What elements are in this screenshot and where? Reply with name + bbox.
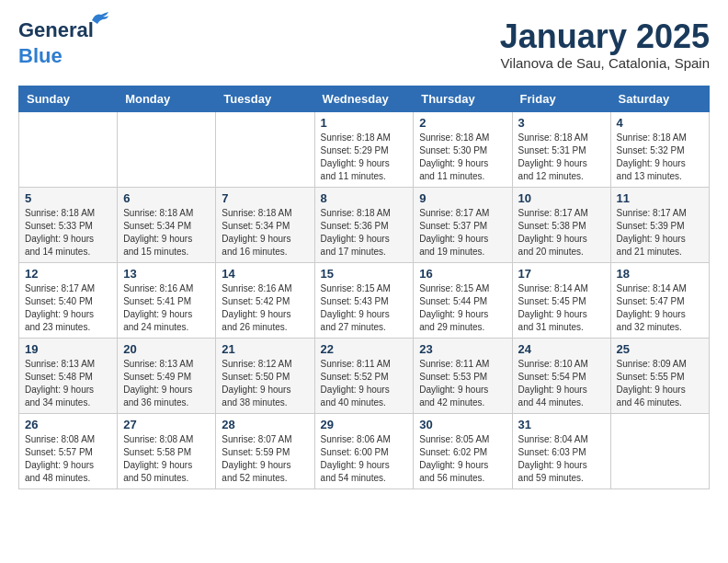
calendar-cell: 9Sunrise: 8:17 AM Sunset: 5:37 PM Daylig… xyxy=(414,187,512,262)
day-number: 25 xyxy=(617,342,703,356)
day-number: 15 xyxy=(321,267,408,281)
day-number: 3 xyxy=(518,116,605,130)
calendar-cell: 5Sunrise: 8:18 AM Sunset: 5:33 PM Daylig… xyxy=(19,187,118,262)
day-number: 10 xyxy=(518,191,605,205)
day-number: 20 xyxy=(123,342,210,356)
day-info: Sunrise: 8:17 AM Sunset: 5:37 PM Dayligh… xyxy=(419,207,506,259)
month-title: January 2025 xyxy=(500,18,710,55)
column-header-saturday: Saturday xyxy=(610,86,709,111)
calendar-cell xyxy=(118,111,216,187)
day-number: 9 xyxy=(419,191,506,205)
day-info: Sunrise: 8:14 AM Sunset: 5:47 PM Dayligh… xyxy=(617,282,703,334)
day-number: 12 xyxy=(25,267,111,281)
day-number: 31 xyxy=(518,418,605,431)
day-info: Sunrise: 8:18 AM Sunset: 5:30 PM Dayligh… xyxy=(419,132,506,183)
column-header-wednesday: Wednesday xyxy=(314,86,414,111)
day-number: 17 xyxy=(518,267,605,281)
day-info: Sunrise: 8:05 AM Sunset: 6:02 PM Dayligh… xyxy=(419,433,506,485)
column-header-sunday: Sunday xyxy=(19,86,118,111)
day-number: 26 xyxy=(25,418,111,431)
day-number: 2 xyxy=(419,116,506,130)
calendar-week-row: 19Sunrise: 8:13 AM Sunset: 5:48 PM Dayli… xyxy=(19,338,710,413)
calendar-week-row: 12Sunrise: 8:17 AM Sunset: 5:40 PM Dayli… xyxy=(19,262,710,338)
day-number: 19 xyxy=(25,342,111,356)
calendar-cell: 19Sunrise: 8:13 AM Sunset: 5:48 PM Dayli… xyxy=(19,338,118,413)
day-info: Sunrise: 8:17 AM Sunset: 5:38 PM Dayligh… xyxy=(518,207,605,259)
day-number: 27 xyxy=(123,418,210,431)
day-info: Sunrise: 8:11 AM Sunset: 5:53 PM Dayligh… xyxy=(419,358,506,409)
calendar-cell: 12Sunrise: 8:17 AM Sunset: 5:40 PM Dayli… xyxy=(19,262,118,338)
day-number: 28 xyxy=(222,418,308,431)
calendar-cell: 14Sunrise: 8:16 AM Sunset: 5:42 PM Dayli… xyxy=(216,262,314,338)
calendar-table: SundayMondayTuesdayWednesdayThursdayFrid… xyxy=(18,86,710,489)
day-number: 22 xyxy=(321,342,408,356)
day-number: 7 xyxy=(222,191,308,205)
day-info: Sunrise: 8:17 AM Sunset: 5:40 PM Dayligh… xyxy=(25,282,111,334)
calendar-cell: 22Sunrise: 8:11 AM Sunset: 5:52 PM Dayli… xyxy=(314,338,414,413)
day-info: Sunrise: 8:17 AM Sunset: 5:39 PM Dayligh… xyxy=(617,207,703,259)
calendar-cell xyxy=(19,111,118,187)
location-subtitle: Vilanova de Sau, Catalonia, Spain xyxy=(500,55,710,71)
day-number: 24 xyxy=(518,342,605,356)
calendar-cell: 30Sunrise: 8:05 AM Sunset: 6:02 PM Dayli… xyxy=(414,413,512,488)
column-header-friday: Friday xyxy=(512,86,610,111)
day-info: Sunrise: 8:12 AM Sunset: 5:50 PM Dayligh… xyxy=(222,358,308,409)
logo-general: General xyxy=(18,18,94,41)
calendar-cell xyxy=(610,413,709,488)
calendar-cell: 4Sunrise: 8:18 AM Sunset: 5:32 PM Daylig… xyxy=(610,111,709,187)
day-number: 18 xyxy=(617,267,703,281)
day-info: Sunrise: 8:14 AM Sunset: 5:45 PM Dayligh… xyxy=(518,282,605,334)
calendar-cell: 7Sunrise: 8:18 AM Sunset: 5:34 PM Daylig… xyxy=(216,187,314,262)
calendar-cell: 21Sunrise: 8:12 AM Sunset: 5:50 PM Dayli… xyxy=(216,338,314,413)
calendar-week-row: 1Sunrise: 8:18 AM Sunset: 5:29 PM Daylig… xyxy=(19,111,710,187)
calendar-cell: 13Sunrise: 8:16 AM Sunset: 5:41 PM Dayli… xyxy=(118,262,216,338)
day-info: Sunrise: 8:18 AM Sunset: 5:36 PM Dayligh… xyxy=(321,207,408,259)
calendar-cell: 26Sunrise: 8:08 AM Sunset: 5:57 PM Dayli… xyxy=(19,413,118,488)
calendar-cell: 11Sunrise: 8:17 AM Sunset: 5:39 PM Dayli… xyxy=(610,187,709,262)
day-info: Sunrise: 8:18 AM Sunset: 5:31 PM Dayligh… xyxy=(518,132,605,183)
day-info: Sunrise: 8:10 AM Sunset: 5:54 PM Dayligh… xyxy=(518,358,605,409)
day-number: 8 xyxy=(321,191,408,205)
day-info: Sunrise: 8:09 AM Sunset: 5:55 PM Dayligh… xyxy=(617,358,703,409)
day-info: Sunrise: 8:13 AM Sunset: 5:48 PM Dayligh… xyxy=(25,358,111,409)
calendar-cell: 23Sunrise: 8:11 AM Sunset: 5:53 PM Dayli… xyxy=(414,338,512,413)
day-info: Sunrise: 8:16 AM Sunset: 5:41 PM Dayligh… xyxy=(123,282,210,334)
column-header-monday: Monday xyxy=(118,86,216,111)
day-info: Sunrise: 8:18 AM Sunset: 5:32 PM Dayligh… xyxy=(617,132,703,183)
calendar-cell: 24Sunrise: 8:10 AM Sunset: 5:54 PM Dayli… xyxy=(512,338,610,413)
calendar-cell: 29Sunrise: 8:06 AM Sunset: 6:00 PM Dayli… xyxy=(314,413,414,488)
logo-bird-icon xyxy=(90,11,110,26)
day-info: Sunrise: 8:06 AM Sunset: 6:00 PM Dayligh… xyxy=(321,433,408,485)
day-number: 16 xyxy=(419,267,506,281)
day-info: Sunrise: 8:16 AM Sunset: 5:42 PM Dayligh… xyxy=(222,282,308,334)
day-number: 13 xyxy=(123,267,210,281)
day-number: 30 xyxy=(419,418,506,431)
day-number: 5 xyxy=(25,191,111,205)
day-number: 21 xyxy=(222,342,308,356)
day-info: Sunrise: 8:18 AM Sunset: 5:34 PM Dayligh… xyxy=(123,207,210,259)
day-info: Sunrise: 8:18 AM Sunset: 5:33 PM Dayligh… xyxy=(25,207,111,259)
calendar-cell: 1Sunrise: 8:18 AM Sunset: 5:29 PM Daylig… xyxy=(314,111,414,187)
day-info: Sunrise: 8:11 AM Sunset: 5:52 PM Dayligh… xyxy=(321,358,408,409)
day-info: Sunrise: 8:13 AM Sunset: 5:49 PM Dayligh… xyxy=(123,358,210,409)
day-info: Sunrise: 8:08 AM Sunset: 5:58 PM Dayligh… xyxy=(123,433,210,485)
day-info: Sunrise: 8:04 AM Sunset: 6:03 PM Dayligh… xyxy=(518,433,605,485)
logo: General Blue xyxy=(18,18,94,68)
day-number: 4 xyxy=(617,116,703,130)
day-info: Sunrise: 8:15 AM Sunset: 5:43 PM Dayligh… xyxy=(321,282,408,334)
day-info: Sunrise: 8:18 AM Sunset: 5:29 PM Dayligh… xyxy=(321,132,408,183)
calendar-week-row: 26Sunrise: 8:08 AM Sunset: 5:57 PM Dayli… xyxy=(19,413,710,488)
calendar-cell: 25Sunrise: 8:09 AM Sunset: 5:55 PM Dayli… xyxy=(610,338,709,413)
calendar-cell: 27Sunrise: 8:08 AM Sunset: 5:58 PM Dayli… xyxy=(118,413,216,488)
title-section: January 2025 Vilanova de Sau, Catalonia,… xyxy=(500,18,710,71)
calendar-week-row: 5Sunrise: 8:18 AM Sunset: 5:33 PM Daylig… xyxy=(19,187,710,262)
day-info: Sunrise: 8:08 AM Sunset: 5:57 PM Dayligh… xyxy=(25,433,111,485)
calendar-header-row: SundayMondayTuesdayWednesdayThursdayFrid… xyxy=(19,86,710,111)
calendar-cell: 31Sunrise: 8:04 AM Sunset: 6:03 PM Dayli… xyxy=(512,413,610,488)
day-info: Sunrise: 8:15 AM Sunset: 5:44 PM Dayligh… xyxy=(419,282,506,334)
day-number: 1 xyxy=(321,116,408,130)
calendar-cell: 10Sunrise: 8:17 AM Sunset: 5:38 PM Dayli… xyxy=(512,187,610,262)
calendar-cell: 2Sunrise: 8:18 AM Sunset: 5:30 PM Daylig… xyxy=(414,111,512,187)
calendar-cell: 3Sunrise: 8:18 AM Sunset: 5:31 PM Daylig… xyxy=(512,111,610,187)
day-number: 29 xyxy=(321,418,408,431)
